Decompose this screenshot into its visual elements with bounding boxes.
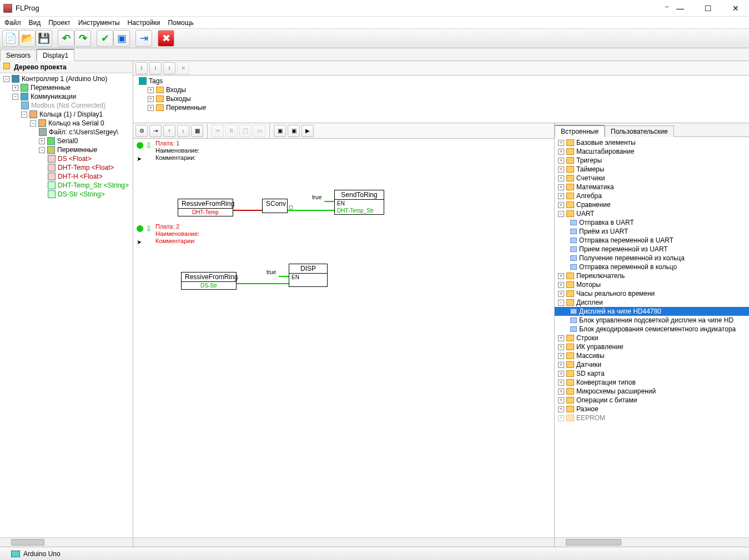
ctb-down[interactable]: ↓ [177, 125, 189, 137]
tree-var-ds-str[interactable]: DS-Str <String> [0, 190, 133, 199]
minimize-button[interactable]: — [673, 2, 687, 15]
lib-scrollbar-h[interactable] [555, 537, 749, 547]
tree-serial[interactable]: +Serial0 [0, 137, 133, 145]
redo-button[interactable]: ↷ [74, 30, 91, 47]
lib-base[interactable]: +Базовые элементы [555, 138, 749, 147]
lib-uart-sendvar[interactable]: Отправка переменной в UART [555, 236, 749, 245]
menu-settings[interactable]: Настройки [128, 19, 160, 27]
tree-controller[interactable]: −Контроллер 1 (Arduino Uno) [0, 74, 133, 83]
tab-display1[interactable]: Display1 [37, 49, 74, 61]
tree-file[interactable]: Файл: c:\Users\Sergey\ [0, 128, 133, 137]
lib-displays[interactable]: −Дисплеи [555, 298, 749, 307]
open-button[interactable]: 📂 [19, 30, 36, 47]
lib-uart-send[interactable]: Отправка в UART [555, 218, 749, 227]
tags-vars[interactable]: +Переменные [135, 103, 747, 112]
menu-view[interactable]: Вид [29, 19, 41, 27]
lib-misc[interactable]: +Разное [555, 405, 749, 413]
tags-panel[interactable]: Tags +Входы +Выходы +Переменные [133, 75, 749, 123]
lib-arrays[interactable]: +Массивы [555, 351, 749, 360]
ctb-a[interactable]: ⚙ [135, 125, 148, 137]
lib-hd44780[interactable]: Дисплей на чипе HD44780 [555, 307, 749, 316]
resize-icon[interactable]: ↔ [660, 0, 673, 13]
maximize-button[interactable]: ☐ [701, 2, 715, 15]
lib-uart-recvvar[interactable]: Прием переменной из UART [555, 245, 749, 254]
bb-btn-3[interactable]: ↕ [163, 62, 175, 74]
ctb-d[interactable]: ▣ [274, 125, 286, 137]
tree-var-dht-temp[interactable]: DHT-Temp <Float> [0, 163, 133, 172]
lib-algebra[interactable]: +Алгебра [555, 191, 749, 200]
lib-convert[interactable]: +Конвертация типов [555, 378, 749, 387]
ctb-e[interactable]: ▣ [288, 125, 300, 137]
tree-comms[interactable]: −Коммуникации [0, 92, 133, 101]
lib-math[interactable]: +Математика [555, 183, 749, 191]
block-sendtoring[interactable]: SendToRing EN DHT-Temp_Str [334, 190, 384, 215]
block-sconv[interactable]: SConv [262, 199, 288, 213]
lib-uart-recv[interactable]: Приём из UART [555, 227, 749, 236]
lib-backlight[interactable]: Блок управления подсветкой дисплея на чи… [555, 316, 749, 325]
tab-builtin[interactable]: Встроенные [555, 125, 605, 137]
lib-uart-ringsend[interactable]: Отправка переменной в кольцо [555, 263, 749, 271]
lib-bits[interactable]: +Операции с битами [555, 396, 749, 405]
project-tree[interactable]: −Контроллер 1 (Arduino Uno) +Переменные … [0, 73, 133, 537]
block-ressive-2[interactable]: RessiveFromRing DS-Str [181, 272, 237, 290]
lib-strings[interactable]: +Строки [555, 334, 749, 342]
lib-sd[interactable]: +SD карта [555, 369, 749, 378]
tags-outputs[interactable]: +Выходы [135, 94, 747, 103]
lib-scale[interactable]: +Масштабирование [555, 147, 749, 156]
tree-ring0[interactable]: −Кольцо на Serial 0 [0, 119, 133, 128]
bb-btn-2[interactable]: ↕ [149, 62, 162, 74]
lib-uart[interactable]: −UART [555, 209, 749, 218]
window-controls: — ☐ ✕ [673, 2, 742, 15]
tree-var-dht-h[interactable]: DHT-H <Float> [0, 172, 133, 181]
lib-compare[interactable]: +Сравнение [555, 200, 749, 209]
tree-modbus[interactable]: Modbus (Not Connected) [0, 101, 133, 110]
tab-user[interactable]: Пользовательские [605, 125, 674, 137]
lib-ir[interactable]: +ИК управление [555, 342, 749, 351]
ctb-b[interactable]: ⇥ [149, 125, 162, 137]
plate-1-comments: Комментарии: [155, 154, 195, 161]
compile-button[interactable]: ▣ [113, 30, 130, 47]
close-button[interactable]: ✕ [729, 2, 742, 15]
check-button[interactable]: ✔ [97, 30, 113, 47]
stop-button[interactable]: ✖ [158, 30, 174, 47]
lib-switch[interactable]: +Переключатель [555, 271, 749, 280]
tree-ring-vars[interactable]: −Переменные [0, 145, 133, 154]
diagram-canvas[interactable]: ⇩ Плата: 1 Наименование: Комментарии: ➤ … [133, 139, 554, 537]
lib-counters[interactable]: +Счетчики [555, 174, 749, 183]
upload-button[interactable]: ⇥ [135, 30, 152, 47]
lib-rtc[interactable]: +Часы реального времени [555, 289, 749, 298]
tree-rings[interactable]: −Кольца (1) / Display1 [0, 110, 133, 119]
tags-inputs[interactable]: +Входы [135, 85, 747, 94]
ctb-cut: ✂ [212, 125, 224, 137]
ctb-f[interactable]: ▶ [301, 125, 314, 137]
canvas-scrollbar-h[interactable] [133, 537, 554, 547]
tree-var-ds[interactable]: DS <Float> [0, 154, 133, 163]
tab-sensors[interactable]: Sensors [0, 49, 37, 61]
menu-file[interactable]: Файл [4, 19, 21, 27]
lib-eeprom[interactable]: +EEPROM [555, 413, 749, 422]
ctb-c[interactable]: ▦ [191, 125, 203, 137]
tags-root[interactable]: Tags [135, 77, 747, 85]
wire-true-2 [279, 276, 289, 277]
menu-project[interactable]: Проект [48, 19, 71, 27]
tree-scrollbar-h[interactable] [0, 537, 133, 547]
new-button[interactable]: 📄 [2, 30, 19, 47]
lib-timers[interactable]: +Таймеры [555, 165, 749, 174]
save-button[interactable]: 💾 [36, 30, 52, 47]
block-disp[interactable]: DISP EN [289, 264, 328, 287]
menu-tools[interactable]: Инструменты [78, 19, 120, 27]
menu-help[interactable]: Помощь [168, 19, 193, 27]
lib-uart-ringget[interactable]: Получение переменной из кольца [555, 254, 749, 263]
lib-motors[interactable]: +Моторы [555, 280, 749, 289]
tree-vars[interactable]: +Переменные [0, 83, 133, 92]
lib-triggers[interactable]: +Тригеры [555, 156, 749, 165]
bb-btn-1[interactable]: ↕ [135, 62, 148, 74]
undo-button[interactable]: ↶ [58, 30, 74, 47]
lib-expanders[interactable]: +Микросхемы расширений [555, 387, 749, 396]
lib-sensors[interactable]: +Датчики [555, 360, 749, 369]
library-tree[interactable]: +Базовые элементы +Масштабирование +Триг… [555, 137, 749, 537]
block-ressive-1[interactable]: RessiveFromRing DHT-Temp [178, 199, 233, 216]
tree-var-dht-temp-str[interactable]: DHT-Temp_Str <String> [0, 181, 133, 190]
lib-7seg[interactable]: Блок декодирования семисегментного индик… [555, 325, 749, 334]
ctb-up[interactable]: ↑ [163, 125, 175, 137]
